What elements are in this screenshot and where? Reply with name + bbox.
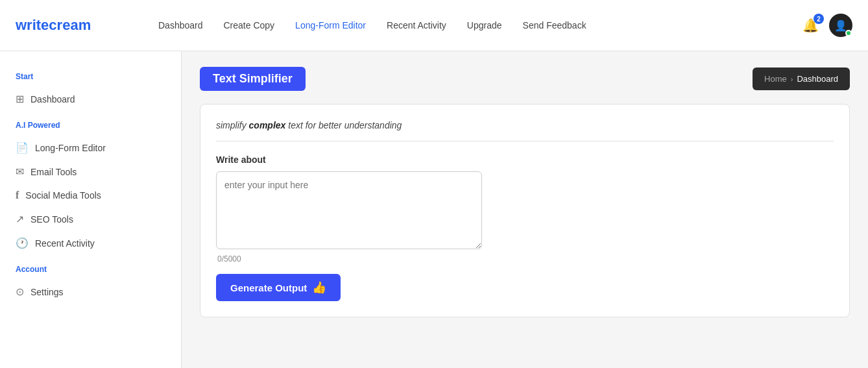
page-title: Text Simplifier	[200, 67, 306, 91]
generate-output-button[interactable]: Generate Output 👍	[216, 274, 341, 301]
nav-right: 🔔 2 👤	[802, 14, 852, 37]
sidebar-item-email-tools[interactable]: ✉ Email Tools	[10, 160, 171, 183]
nav-link-dashboard[interactable]: Dashboard	[158, 20, 203, 31]
top-navigation: writecream Dashboard Create Copy Long-Fo…	[0, 0, 868, 51]
sidebar-item-label-seo: SEO Tools	[30, 214, 73, 225]
sidebar-item-label-long-form: Long-Form Editor	[35, 143, 106, 153]
sidebar-item-seo-tools[interactable]: ↗ SEO Tools	[10, 208, 171, 230]
user-avatar-button[interactable]: 👤	[829, 14, 852, 37]
char-count: 0/5000	[217, 254, 834, 264]
long-form-editor-icon: 📄	[16, 141, 29, 154]
sidebar-section-ai: A.I Powered	[10, 121, 171, 130]
breadcrumb-separator: ›	[791, 75, 793, 83]
breadcrumb: Home › Dashboard	[753, 67, 850, 90]
form-section: Write about 0/5000 Generate Output 👍	[216, 141, 834, 301]
sidebar-item-long-form-editor[interactable]: 📄 Long-Form Editor	[10, 136, 171, 159]
email-tools-icon: ✉	[16, 166, 24, 178]
card-subtitle: simplify complex text for better underst…	[216, 120, 834, 141]
sidebar-item-recent-activity[interactable]: 🕐 Recent Activity	[10, 232, 171, 254]
sidebar-item-social-media-tools[interactable]: f Social Media Tools	[10, 184, 171, 206]
write-about-label: Write about	[216, 154, 834, 165]
logo-suffix: cream	[49, 17, 91, 33]
sidebar-section-start: Start	[10, 72, 171, 81]
main-content: Text Simplifier Home › Dashboard simplif…	[182, 51, 868, 368]
sidebar-item-dashboard[interactable]: ⊞ Dashboard	[10, 88, 171, 110]
nav-link-long-form-editor[interactable]: Long-Form Editor	[295, 20, 366, 31]
nav-link-upgrade[interactable]: Upgrade	[467, 20, 502, 31]
nav-links: Dashboard Create Copy Long-Form Editor R…	[158, 20, 802, 31]
online-status-dot	[845, 30, 852, 36]
sidebar-item-settings[interactable]: ⊙ Settings	[10, 280, 171, 303]
main-header: Text Simplifier Home › Dashboard	[200, 67, 850, 91]
dashboard-icon: ⊞	[16, 93, 24, 105]
notifications-button[interactable]: 🔔 2	[802, 18, 819, 33]
subtitle-bold: complex	[249, 120, 286, 130]
nav-link-recent-activity[interactable]: Recent Activity	[387, 20, 446, 31]
breadcrumb-current: Dashboard	[797, 74, 838, 84]
seo-tools-icon: ↗	[16, 213, 24, 225]
thumbs-up-icon: 👍	[312, 280, 326, 295]
notification-badge: 2	[814, 14, 824, 24]
breadcrumb-home: Home	[764, 74, 787, 84]
text-simplifier-card: simplify complex text for better underst…	[200, 104, 850, 317]
social-media-icon: f	[16, 190, 19, 201]
nav-link-send-feedback[interactable]: Send Feedback	[523, 20, 586, 31]
settings-icon: ⊙	[16, 286, 24, 298]
nav-link-create-copy[interactable]: Create Copy	[224, 20, 275, 31]
logo: writecream	[16, 17, 132, 34]
textarea-wrapper	[216, 171, 834, 252]
sidebar-section-account: Account	[10, 265, 171, 274]
sidebar-item-label-settings: Settings	[30, 287, 64, 297]
write-about-textarea[interactable]	[216, 171, 482, 249]
sidebar-item-label-email: Email Tools	[30, 167, 77, 177]
page-layout: Start ⊞ Dashboard A.I Powered 📄 Long-For…	[0, 51, 868, 368]
sidebar-item-label-social: Social Media Tools	[25, 190, 101, 201]
sidebar-item-label-recent: Recent Activity	[35, 238, 95, 249]
sidebar: Start ⊞ Dashboard A.I Powered 📄 Long-For…	[0, 51, 182, 368]
sidebar-item-label-dashboard: Dashboard	[30, 94, 75, 104]
recent-activity-icon: 🕐	[16, 237, 29, 249]
logo-prefix: write	[16, 17, 49, 33]
subtitle-rest: text for better understanding	[285, 120, 402, 130]
generate-btn-label: Generate Output	[230, 282, 307, 293]
subtitle-normal: simplify	[216, 120, 249, 130]
